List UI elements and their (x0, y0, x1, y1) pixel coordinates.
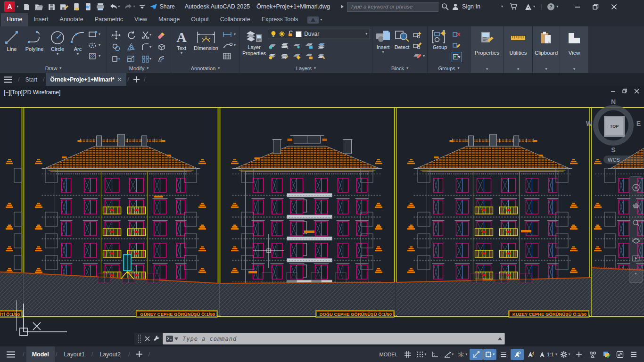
ribbon-tab-view[interactable]: View (129, 13, 153, 26)
grid-toggle[interactable] (401, 349, 414, 360)
command-input[interactable] (182, 335, 495, 343)
restore-window-button[interactable] (593, 4, 599, 10)
layout-tab-model[interactable]: Model (26, 346, 55, 362)
trim-tool[interactable]: ▾ (141, 31, 151, 39)
block-panel-title[interactable]: Block▾ (372, 64, 427, 73)
viewcube-north[interactable]: N (611, 98, 616, 106)
group-tool[interactable]: Group (430, 29, 450, 50)
leader-tool[interactable]: ▾ (223, 41, 236, 49)
layer-freeze-tool[interactable] (292, 42, 301, 49)
erase-tool[interactable] (157, 31, 166, 39)
layer-properties-button[interactable]: Layer Properties (242, 29, 266, 56)
undo-button[interactable]: ▾ (107, 1, 121, 12)
ribbon-tab-home[interactable]: Home (1, 13, 28, 26)
viewport-controls-label[interactable]: [−][Top][2D Wireframe] (4, 89, 60, 96)
create-block-tool[interactable] (413, 30, 425, 39)
viewport-restore-icon[interactable] (622, 89, 627, 94)
detect-tool[interactable]: Detect (393, 29, 411, 50)
viewcube-west[interactable]: W (586, 120, 592, 127)
viewport-close-icon[interactable] (634, 89, 639, 94)
command-history-icon[interactable] (498, 337, 502, 340)
isolate-objects-button[interactable] (586, 349, 599, 360)
lineweight-toggle[interactable] (497, 349, 510, 360)
rotate-tool[interactable] (127, 31, 136, 40)
layer-isolate-tool[interactable] (280, 42, 289, 49)
ribbon-tab-manage[interactable]: Manage (153, 13, 185, 26)
annotation-visibility-toggle[interactable] (511, 349, 524, 360)
new-layout-icon[interactable] (136, 351, 143, 358)
ribbon-tab-parametric[interactable]: Parametric (89, 13, 129, 26)
command-prompt-icon[interactable] (165, 335, 178, 342)
hatch-tool[interactable]: ▾ (88, 52, 100, 60)
save-icon[interactable] (46, 1, 57, 12)
close-file-tab-icon[interactable] (117, 77, 122, 82)
zoom-icon[interactable] (632, 219, 640, 227)
draw-panel-title[interactable]: Draw▾ (0, 64, 107, 73)
ribbon-tab-collaborate[interactable]: Collaborate (215, 13, 256, 26)
drawing-area[interactable]: [−][Top][2D Wireframe] SİTİ Ö:1/50GÜNEY … (0, 86, 644, 346)
viewcube[interactable]: N S W E TOP (587, 99, 640, 152)
layer-unisolate-tool[interactable] (280, 53, 289, 60)
user-icon[interactable] (452, 3, 459, 10)
linear-dimension-tool[interactable]: ▾ (223, 30, 236, 39)
command-customize-icon[interactable] (153, 335, 159, 342)
open-file-icon[interactable] (33, 1, 45, 12)
model-space-button[interactable]: MODEL (377, 349, 401, 360)
ribbon-collapse-button[interactable]: ▾ (307, 16, 322, 24)
wcs-badge[interactable]: WCS (603, 156, 644, 164)
layer-thaw-all-tool[interactable] (292, 53, 301, 60)
isodraft-toggle[interactable]: ▾ (456, 349, 469, 360)
plot-icon[interactable] (95, 1, 106, 12)
layers-panel-title[interactable]: Layers▾ (240, 64, 372, 73)
annotation-scale-button[interactable]: 1:1▾ (538, 349, 558, 360)
customize-status-button[interactable] (627, 349, 640, 360)
copy-tool[interactable] (112, 43, 121, 51)
graphics-performance-button[interactable] (600, 349, 613, 360)
open-from-web-icon[interactable] (71, 1, 82, 12)
edit-attributes-tool[interactable]: ▾ (413, 52, 425, 60)
annotation-autoscale-toggle[interactable] (524, 349, 537, 360)
groups-panel-title[interactable]: Groups▾ (428, 64, 470, 73)
close-window-button[interactable] (611, 4, 617, 10)
group-selection-toggle[interactable] (452, 52, 462, 62)
panel-utilities[interactable]: Utilities ▾ (504, 26, 533, 73)
minimize-window-button[interactable] (574, 4, 580, 10)
new-file-icon[interactable] (21, 1, 32, 12)
viewcube-south[interactable]: S (611, 146, 615, 154)
command-input-field[interactable] (163, 333, 505, 345)
ribbon-tab-annotate[interactable]: Annotate (54, 13, 89, 26)
dimension-tool[interactable]: Dimension (191, 29, 221, 51)
mirror-tool[interactable] (127, 43, 136, 51)
layer-match-tool[interactable] (317, 53, 326, 60)
stretch-tool[interactable] (112, 55, 121, 63)
ortho-toggle[interactable] (429, 349, 442, 360)
modify-panel-title[interactable]: Modify▾ (107, 64, 171, 73)
autodesk-apps-button[interactable]: ▾ (524, 3, 535, 10)
table-tool[interactable] (223, 52, 236, 60)
viewcube-east[interactable]: E (636, 120, 641, 127)
help-button[interactable]: ?▾ (547, 3, 558, 11)
ribbon-tab-insert[interactable]: Insert (28, 13, 54, 26)
layout-menu-icon[interactable] (6, 351, 16, 358)
save-as-icon[interactable] (58, 1, 70, 12)
panel-view-ribbon[interactable]: View ▾ (560, 26, 589, 73)
fillet-tool[interactable]: ▾ (141, 43, 151, 51)
command-grip-icon[interactable] (138, 334, 141, 344)
edit-block-tool[interactable] (413, 41, 425, 49)
insert-block-tool[interactable]: Insert ▾ (375, 29, 391, 54)
cart-icon[interactable] (510, 3, 518, 10)
file-tab-drawing[interactable]: Örnek+Proje+1+Mimari* (46, 73, 127, 86)
array-tool[interactable]: ▾ (141, 55, 151, 63)
panel-clipboard[interactable]: Clipboard ▾ (533, 26, 560, 73)
navbar-more-icon[interactable]: ▾ (635, 272, 636, 276)
fullscreen-button[interactable] (613, 349, 627, 360)
move-tool[interactable] (112, 31, 121, 40)
arc-tool[interactable]: Arc ▾ (69, 29, 86, 56)
search-collapse-icon[interactable] (340, 4, 344, 9)
help-search-input[interactable] (347, 2, 438, 12)
layer-lock-tool[interactable] (305, 42, 314, 49)
viewport-minimize-icon[interactable] (611, 89, 616, 94)
workspace-switching-button[interactable]: ▾ (559, 349, 572, 360)
sign-in-button[interactable]: Sign In (462, 3, 480, 10)
explode-tool[interactable] (157, 43, 166, 51)
